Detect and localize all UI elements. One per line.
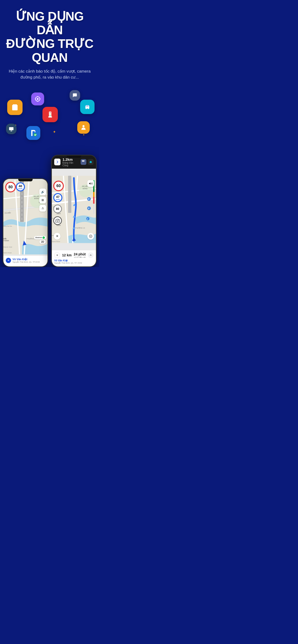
main-title: ỨNG DỤNG DẪN ĐƯỜNG TRỰC QUAN (5, 10, 95, 64)
progress-yellow (93, 192, 95, 197)
svg-text:AN LỢI: AN LỢI (34, 196, 39, 198)
svg-point-19 (83, 125, 85, 127)
svg-point-8 (50, 112, 51, 113)
speed-limit-badge-left: 80 (5, 182, 16, 192)
svg-text:ĐÔNG: ĐÔNG (34, 198, 39, 199)
layers-btn[interactable]: ⊞ (39, 197, 46, 204)
alert-btn[interactable]: ⚠ (39, 205, 46, 212)
svg-text:BẾN: BẾN (3, 238, 7, 240)
progress-red (93, 197, 95, 204)
nav-distance: 1.2km (62, 158, 79, 162)
car-icon-nav (88, 159, 94, 165)
svg-marker-68 (89, 182, 90, 184)
nav-street: Đồng Văn Công (62, 162, 79, 167)
close-route-btn[interactable]: ✕ (54, 233, 60, 240)
expand-route-btn[interactable] (88, 252, 94, 258)
svg-text:P: P (88, 207, 89, 210)
volume-btn[interactable]: 🔊 (39, 188, 46, 195)
destination-name: Võ Văn Kiệt (13, 258, 40, 261)
svg-text:PHƯƠNG 13: PHƯƠNG 13 (75, 227, 85, 229)
svg-rect-15 (9, 127, 14, 130)
phones-section: AN LỢI ĐÔNG TÔ HIẾU Sông Sài Gòn PHƯỜNG … (0, 152, 99, 267)
settings-btn[interactable] (87, 233, 94, 240)
svg-point-41 (91, 163, 91, 163)
signal-icon (81, 159, 86, 165)
destination-sub: Nguyễn Thái Bình, Q1, TP.HCM (13, 261, 40, 263)
svg-text:P: P (88, 198, 89, 200)
svg-text:P: P (87, 218, 88, 220)
star-icon: ✦ (83, 133, 85, 136)
left-phone: AN LỢI ĐÔNG TÔ HIẾU Sông Sài Gòn PHƯỜNG … (3, 178, 48, 267)
right-overlays: 60 47 km/h 80 100m (53, 181, 64, 226)
svg-text:Majestic Hotel: Majestic Hotel (3, 246, 12, 248)
route-icon (31, 92, 44, 106)
route-dot (43, 236, 45, 239)
subtitle: Hiện các cảnh báo tốc độ, cấm vượt, came… (5, 68, 95, 80)
svg-point-66 (57, 220, 59, 222)
svg-point-13 (88, 108, 89, 109)
parking-icon (26, 126, 40, 140)
svg-point-9 (50, 113, 51, 114)
dest-sub-right: Nguyễn Thái Bình, Q1, TP. HCM (54, 262, 94, 264)
speed-limit-60: 60 (53, 181, 64, 191)
star-icon: ✦ (53, 130, 56, 134)
route-distance-stat: 12 km (62, 253, 72, 257)
current-speed-47: 47 km/h (53, 193, 62, 202)
up-arrow-btn[interactable] (6, 258, 11, 263)
svg-point-18 (34, 133, 37, 136)
svg-text:Sông Sài Gòn: Sông Sài Gòn (3, 225, 12, 227)
svg-text:ĐÔNG: ĐÔNG (83, 187, 88, 189)
speed-warning-80: 80 (53, 204, 62, 213)
side-controls-left: 🔊 ⊞ ⚠ (39, 188, 46, 212)
svg-text:THÀNH: THÀNH (3, 239, 9, 241)
svg-point-10 (50, 115, 51, 116)
cart-icon (7, 100, 23, 115)
current-speed-badge-left: 40 km/h (16, 182, 25, 192)
right-phone-bottom-bar: ✕ 12 km 24 phút 10:05 đến nơi (52, 250, 96, 266)
svg-rect-47 (68, 176, 72, 213)
car-top-icon (80, 100, 95, 114)
person-icon (77, 121, 90, 134)
svg-point-40 (90, 163, 90, 163)
phone-notch (18, 179, 33, 181)
view-2d-label[interactable]: 2D (40, 240, 46, 244)
svg-point-69 (90, 236, 91, 237)
right-phone-screen: AN LỢI ĐÔNG P P P TÔ HIẾU Sông Sài Gòn P… (52, 169, 96, 250)
x-button-bottom[interactable]: ✕ (54, 252, 60, 258)
screen-icon (6, 124, 17, 134)
phone-notch-right (67, 156, 81, 158)
camera-warning-badge (53, 216, 62, 225)
right-phone: 1.2km Đồng Văn Công (51, 155, 97, 267)
chat-icon (70, 90, 80, 100)
right-phone-frame: 1.2km Đồng Văn Công (51, 155, 97, 267)
left-phone-frame: AN LỢI ĐÔNG TÔ HIẾU Sông Sài Gòn PHƯỜNG … (3, 178, 48, 267)
svg-point-1 (37, 98, 39, 100)
dest-name-right: Võ Văn Kiệt (54, 259, 94, 262)
svg-text:Opera House: Opera House (52, 240, 60, 242)
floating-icons-section: ✦ ✦ ✦ ✦ ✦ (0, 85, 99, 152)
svg-rect-11 (49, 116, 52, 118)
svg-text:Opera House: Opera House (3, 252, 12, 254)
destination-row: Võ Văn Kiệt Nguyễn Thái Bình, Q1, TP.HCM (6, 258, 45, 263)
route-info-row: ✕ 12 km 24 phút 10:05 đến nơi (54, 252, 94, 258)
svg-rect-14 (86, 106, 88, 106)
speaker-button[interactable] (87, 180, 94, 187)
turn-arrow-icon (54, 158, 60, 165)
district-badge: District (34, 236, 46, 239)
route-time-stat: 24 phút 10:05 đến nơi (74, 252, 86, 258)
left-phone-bottom-bar: Võ Văn Kiệt Nguyễn Thái Bình, Q1, TP.HCM (3, 256, 48, 266)
header-section: ỨNG DỤNG DẪN ĐƯỜNG TRỰC QUAN Hiện các cả… (0, 0, 99, 85)
camera-dist: 400m (53, 224, 64, 226)
warning-dist-80: 100m (53, 213, 64, 214)
left-phone-screen: AN LỢI ĐÔNG TÔ HIẾU Sông Sài Gòn PHƯỜNG … (3, 179, 48, 256)
traffic-remote-icon (43, 107, 58, 122)
svg-point-12 (86, 108, 87, 109)
svg-text:AN LỢI: AN LỢI (82, 186, 88, 187)
